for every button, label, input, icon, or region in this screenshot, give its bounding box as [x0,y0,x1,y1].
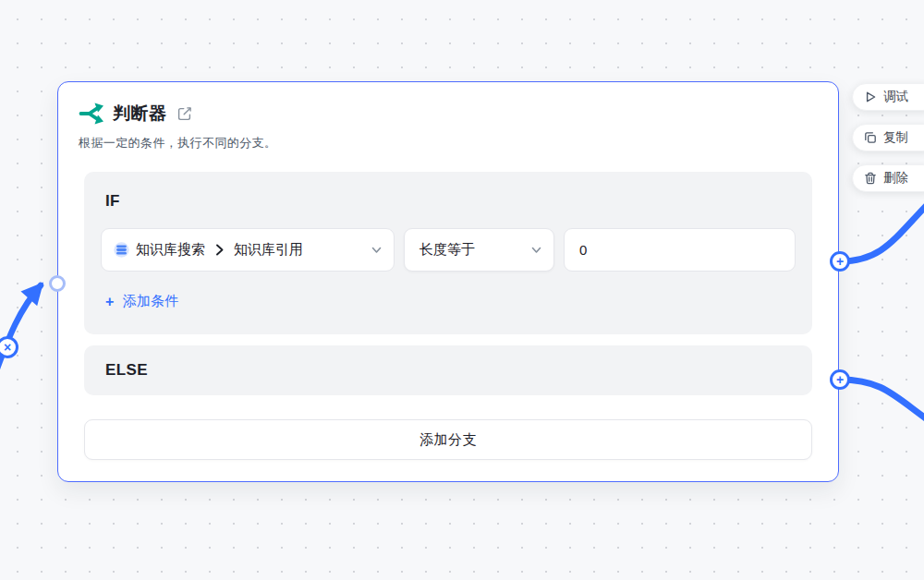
add-condition-button[interactable]: + 添加条件 [105,293,179,310]
add-branch-label: 添加分支 [419,431,477,449]
if-branch-card: IF 知识库搜索 知识库引用 [84,172,812,334]
add-branch-button[interactable]: 添加分支 [84,419,812,460]
node-header: 判断器 根据一定的条件，执行不同的分支。 [58,82,838,151]
operator-select[interactable]: 长度等于 [404,228,554,272]
condition-node[interactable]: 判断器 根据一定的条件，执行不同的分支。 IF [57,81,839,482]
branch-split-icon [79,102,104,126]
if-output-port[interactable]: + [830,251,850,272]
node-description: 根据一定的条件，执行不同的分支。 [79,135,818,151]
value-input[interactable] [564,228,796,272]
chevron-down-icon [530,244,542,256]
debug-button[interactable]: 调试 [852,83,924,111]
operator-value: 长度等于 [419,241,475,259]
if-label: IF [105,192,796,211]
condition-row: 知识库搜索 知识库引用 长度等于 [101,228,796,272]
plus-icon: + [105,295,115,309]
node-title: 判断器 [113,102,167,126]
copy-label: 复制 [883,129,908,146]
else-branch-card: ELSE [84,345,812,395]
else-output-port[interactable]: + [830,369,850,390]
add-condition-label: 添加条件 [123,293,179,310]
workflow-canvas[interactable]: { "node": { "title": "判断器", "description… [0,0,924,580]
input-port[interactable] [49,275,66,292]
edge-else-outgoing [840,380,924,421]
debug-label: 调试 [883,89,908,105]
chevron-down-icon [371,244,383,256]
plus-icon: + [836,373,844,386]
delete-label: 删除 [883,170,908,187]
chevron-right-icon [213,244,225,256]
trash-icon [864,172,877,185]
variable-select[interactable]: 知识库搜索 知识库引用 [101,228,395,272]
knowledge-base-icon [114,242,129,258]
plus-icon: + [836,255,844,268]
play-icon [864,91,877,103]
copy-button[interactable]: 复制 [852,124,924,151]
else-label: ELSE [105,361,148,380]
variable-source: 知识库搜索 [136,241,205,259]
copy-icon [864,131,877,144]
delete-button[interactable]: 删除 [852,164,924,192]
edit-title-icon[interactable] [177,106,192,121]
edge-if-outgoing [840,202,924,261]
close-icon: × [4,341,11,354]
variable-field: 知识库引用 [234,241,303,259]
